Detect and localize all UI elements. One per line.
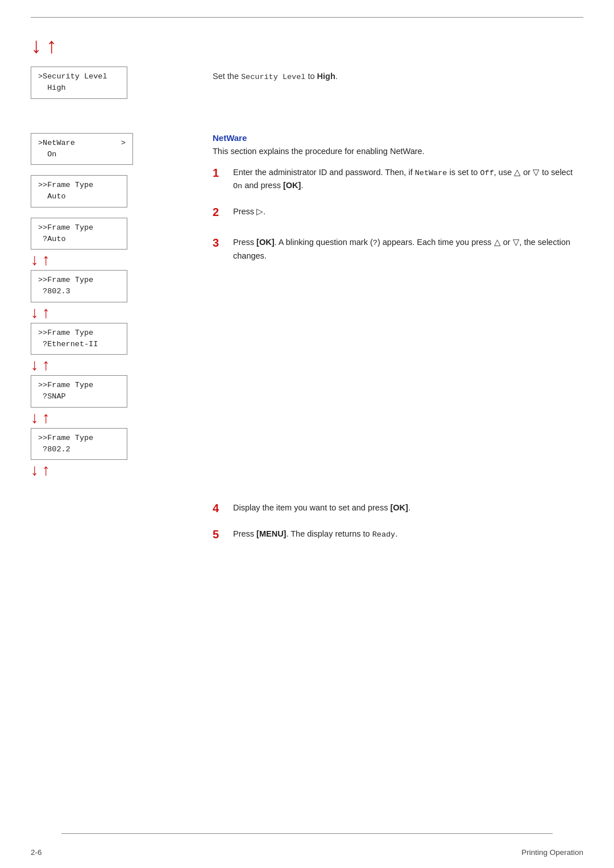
arrows-pair-3: ↓ ↑ [31,252,213,268]
netware-screen5: >>Frame Type ?Ethernet-II [31,323,127,355]
security-screen-box: >Security Level High [31,67,127,99]
step4-bold1: [OK] [390,503,408,512]
step3-bold1: [OK] [256,238,274,247]
step-3-text: Press [OK]. A blinking question mark (?)… [233,236,583,262]
step1-mono3: On [233,182,242,190]
netware-heading: NetWare [213,133,583,143]
down-arr-3: ↓ [31,252,39,268]
netware-right-col: NetWare This section explains the proced… [213,133,583,554]
up-arr-7: ↑ [42,462,50,478]
step1-mono1: NetWare [415,169,447,177]
security-description: Set the Security Level to High. [213,67,583,81]
step-2: 2 Press ▷. [213,205,583,219]
step-2-text: Press ▷. [233,205,583,218]
up-arr-6: ↑ [42,410,50,426]
step3-mono1: ? [373,239,377,247]
sec-bold: High [317,72,335,81]
down-arr-5: ↓ [31,357,39,373]
security-section: >Security Level High Set the Security Le… [31,67,583,99]
netware-left-col: >NetWare > On >>Frame Type Auto >>Frame … [31,133,213,481]
up-arr-5: ↑ [42,357,50,373]
step-4-num: 4 [213,501,229,515]
section-name: Printing Operation [521,848,583,857]
netware-screen4: >>Frame Type ?802.3 [31,270,127,302]
step1-bold1: [OK] [283,181,301,190]
sec-mono: Security Level [241,73,305,81]
sec-mid: to [305,72,317,81]
bottom-rule [61,833,553,834]
arrows-pair-7: ↓ ↑ [31,462,213,478]
page-content: ↓ ↑ >Security Level High Set the Securit… [31,18,583,554]
arrows-pair-6: ↓ ↑ [31,410,213,426]
up-arr-3: ↑ [42,252,50,268]
step-1-text: Enter the administrator ID and password.… [233,166,583,193]
top-arrows: ↓ ↑ [31,35,583,56]
step5-bold1: [MENU] [256,529,286,538]
step-3-num: 3 [213,236,229,250]
sec-prefix: Set the [213,72,241,81]
down-arr-7: ↓ [31,462,39,478]
security-screen-box-wrapper: >Security Level High [31,67,213,99]
netware-section: >NetWare > On >>Frame Type Auto >>Frame … [31,133,583,554]
step-5: 5 Press [MENU]. The display returns to R… [213,528,583,541]
step-4: 4 Display the item you want to set and p… [213,501,583,515]
arrows-pair-5: ↓ ↑ [31,357,213,373]
netware-screen6: >>Frame Type ?SNAP [31,375,127,408]
steps-4-5-spacer: 4 Display the item you want to set and p… [213,501,583,541]
footer-bar: 2-6 Printing Operation [31,848,583,857]
down-arrow-icon: ↓ [31,35,42,56]
netware-screen2: >>Frame Type Auto [31,175,127,207]
step-1: 1 Enter the administrator ID and passwor… [213,166,583,193]
netware-screen7: >>Frame Type ?802.2 [31,428,127,460]
down-arr-6: ↓ [31,410,39,426]
up-arr-4: ↑ [42,305,50,321]
step1-mono2: Off [480,169,493,177]
step5-mono1: Ready [372,530,396,539]
step-1-num: 1 [213,166,229,180]
step-5-text: Press [MENU]. The display returns to Rea… [233,528,583,541]
page-number: 2-6 [31,848,42,857]
down-arr-4: ↓ [31,305,39,321]
step-2-num: 2 [213,205,229,219]
arrows-pair-4: ↓ ↑ [31,305,213,321]
netware-screen3: >>Frame Type ?Auto [31,218,127,250]
step-4-text: Display the item you want to set and pre… [233,501,583,514]
up-arrow-icon: ↑ [46,35,57,56]
security-desc-text: Set the Security Level to High. [213,72,338,81]
netware-intro: This section explains the procedure for … [213,147,583,156]
step-5-num: 5 [213,528,229,541]
step-3: 3 Press [OK]. A blinking question mark (… [213,236,583,262]
netware-screen1: >NetWare > On [31,133,133,165]
sec-suffix: . [335,72,338,81]
